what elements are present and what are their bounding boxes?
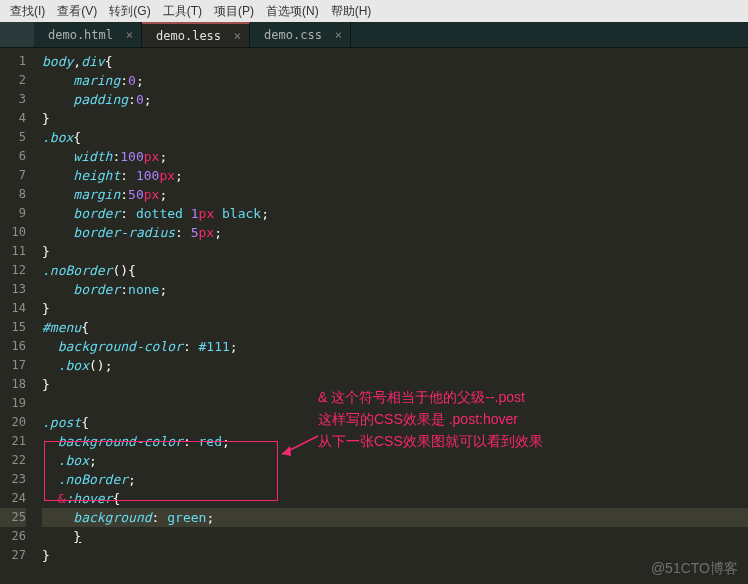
code-line: body,div{ bbox=[42, 52, 748, 71]
code-line: border:none; bbox=[42, 280, 748, 299]
code-line: } bbox=[42, 299, 748, 318]
code-line: margin:50px; bbox=[42, 185, 748, 204]
gutter-line: 17 bbox=[0, 356, 26, 375]
tabbar: demo.html × demo.less × demo.css × bbox=[0, 22, 748, 48]
gutter-line: 11 bbox=[0, 242, 26, 261]
code-line: #menu{ bbox=[42, 318, 748, 337]
tab-demo-css[interactable]: demo.css × bbox=[250, 22, 351, 47]
editor-area[interactable]: 1234567891011121314151617181920212223242… bbox=[0, 48, 748, 584]
menu-view[interactable]: 查看(V) bbox=[51, 1, 103, 22]
menu-help[interactable]: 帮助(H) bbox=[325, 1, 378, 22]
code-line: .noBorder(){ bbox=[42, 261, 748, 280]
annotation-text: & 这个符号相当于他的父级--.post 这样写的CSS效果是 .post:ho… bbox=[318, 386, 543, 452]
code-line: .box{ bbox=[42, 128, 748, 147]
annotation-line: & 这个符号相当于他的父级--.post bbox=[318, 386, 543, 408]
gutter-line: 20 bbox=[0, 413, 26, 432]
gutter-line: 26 bbox=[0, 527, 26, 546]
tab-spacer bbox=[0, 22, 34, 47]
gutter-line: 12 bbox=[0, 261, 26, 280]
gutter-line: 14 bbox=[0, 299, 26, 318]
tab-label: demo.less bbox=[156, 29, 221, 43]
code-line: .noBorder; bbox=[42, 470, 748, 489]
tab-demo-html[interactable]: demo.html × bbox=[34, 22, 142, 47]
close-icon[interactable]: × bbox=[335, 28, 342, 42]
gutter-line: 8 bbox=[0, 185, 26, 204]
menu-prefs[interactable]: 首选项(N) bbox=[260, 1, 325, 22]
annotation-line: 这样写的CSS效果是 .post:hover bbox=[318, 408, 543, 430]
code-line: .box; bbox=[42, 451, 748, 470]
gutter-line: 24 bbox=[0, 489, 26, 508]
menu-find[interactable]: 查找(I) bbox=[4, 1, 51, 22]
gutter-line: 22 bbox=[0, 451, 26, 470]
close-icon[interactable]: × bbox=[234, 29, 241, 43]
menu-goto[interactable]: 转到(G) bbox=[103, 1, 156, 22]
gutter-line: 27 bbox=[0, 546, 26, 565]
gutter-line: 4 bbox=[0, 109, 26, 128]
gutter-line: 2 bbox=[0, 71, 26, 90]
close-icon[interactable]: × bbox=[126, 28, 133, 42]
gutter-line: 9 bbox=[0, 204, 26, 223]
gutter-line: 7 bbox=[0, 166, 26, 185]
gutter-line: 3 bbox=[0, 90, 26, 109]
gutter-line: 6 bbox=[0, 147, 26, 166]
code-line: } bbox=[42, 109, 748, 128]
gutter: 1234567891011121314151617181920212223242… bbox=[0, 48, 34, 584]
gutter-line: 23 bbox=[0, 470, 26, 489]
tab-label: demo.html bbox=[48, 28, 113, 42]
code-line: maring:0; bbox=[42, 71, 748, 90]
code-line-current: background: green; bbox=[42, 508, 748, 527]
annotation-line: 从下一张CSS效果图就可以看到效果 bbox=[318, 430, 543, 452]
code-line: } bbox=[42, 546, 748, 565]
code-line: .box(); bbox=[42, 356, 748, 375]
gutter-line: 5 bbox=[0, 128, 26, 147]
gutter-line: 19 bbox=[0, 394, 26, 413]
menubar[interactable]: 查找(I) 查看(V) 转到(G) 工具(T) 项目(P) 首选项(N) 帮助(… bbox=[0, 0, 748, 22]
gutter-line: 13 bbox=[0, 280, 26, 299]
code-line: padding:0; bbox=[42, 90, 748, 109]
code-line: width:100px; bbox=[42, 147, 748, 166]
gutter-line: 16 bbox=[0, 337, 26, 356]
tab-demo-less[interactable]: demo.less × bbox=[142, 22, 250, 47]
tab-label: demo.css bbox=[264, 28, 322, 42]
gutter-line: 10 bbox=[0, 223, 26, 242]
menu-tools[interactable]: 工具(T) bbox=[157, 1, 208, 22]
menu-project[interactable]: 项目(P) bbox=[208, 1, 260, 22]
code-line: &:hover{ bbox=[42, 489, 748, 508]
gutter-line: 15 bbox=[0, 318, 26, 337]
gutter-line: 18 bbox=[0, 375, 26, 394]
code-line: } bbox=[42, 242, 748, 261]
code-body[interactable]: body,div{ maring:0; padding:0; } .box{ w… bbox=[34, 48, 748, 584]
code-line: height: 100px; bbox=[42, 166, 748, 185]
code-line: border-radius: 5px; bbox=[42, 223, 748, 242]
code-line: } bbox=[42, 527, 748, 546]
gutter-line: 1 bbox=[0, 52, 26, 71]
gutter-line: 21 bbox=[0, 432, 26, 451]
watermark: @51CTO博客 bbox=[651, 560, 738, 578]
code-line: border: dotted 1px black; bbox=[42, 204, 748, 223]
gutter-line: 25 bbox=[0, 508, 26, 527]
code-line: background-color: #111; bbox=[42, 337, 748, 356]
